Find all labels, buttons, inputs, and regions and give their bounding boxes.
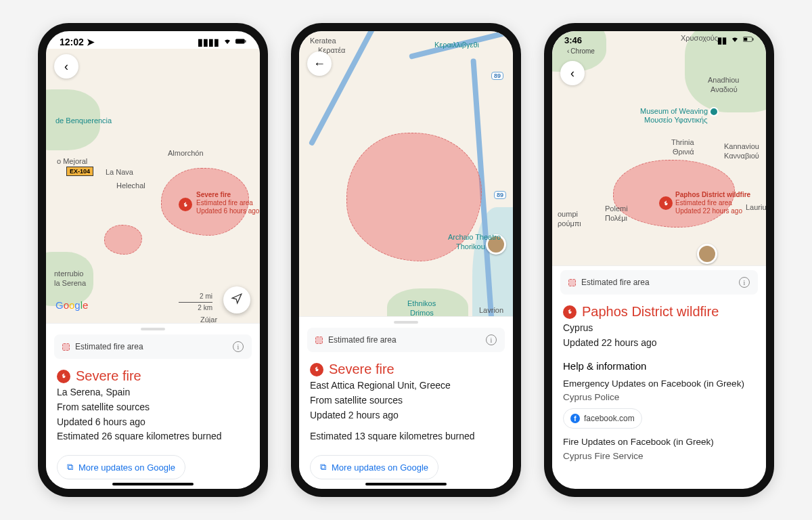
- svg-rect-1: [245, 40, 246, 42]
- phone-mockup-1: 12:02 ➤ ▮▮▮▮ Severe fire Estimated fire …: [38, 23, 268, 497]
- fire-area-legend: Estimated fire area i: [307, 328, 505, 352]
- legend-swatch-icon: [568, 279, 576, 286]
- fire-pin-label: Paphos District wildfire Estimated fire …: [675, 191, 750, 215]
- info-icon[interactable]: i: [486, 334, 497, 345]
- sheet-drag-handle[interactable]: [141, 328, 165, 330]
- highway-badge: 89: [494, 191, 506, 199]
- map-place-label: de Benquerencia: [55, 116, 112, 125]
- legend-label: Estimated fire area: [581, 278, 650, 287]
- fire-area-legend: Estimated fire area i: [54, 334, 252, 359]
- map-place-label: Thorikou: [456, 242, 485, 251]
- facebook-chip[interactable]: f facebook.com: [563, 408, 642, 429]
- map-place-label: Keratea: [310, 37, 336, 45]
- flame-icon: [563, 305, 577, 319]
- legend-swatch-icon: [62, 343, 70, 351]
- fire-details: East Attica Regional Unit, Greece From s…: [299, 378, 513, 451]
- status-icons: ▮▮: [717, 35, 754, 45]
- back-button[interactable]: ‹: [54, 54, 78, 79]
- status-bar: 3:46 ▮▮: [552, 31, 766, 45]
- status-icons: ▮▮▮▮: [198, 37, 246, 47]
- browser-back-chip[interactable]: ‹ Chrome: [555, 47, 595, 55]
- route-badge: EX-104: [66, 167, 93, 176]
- wifi-icon: [222, 37, 233, 47]
- chevron-left-icon: ‹: [570, 66, 574, 81]
- flame-icon: [57, 370, 70, 383]
- back-button[interactable]: ←: [307, 51, 332, 76]
- bottom-sheet[interactable]: Estimated fire area i Severe fire La Ser…: [46, 323, 260, 489]
- map-place-label: Θρινιά: [673, 148, 694, 156]
- svg-rect-3: [744, 38, 747, 41]
- fire-area-blob-small: [104, 225, 142, 255]
- map-place-label: Λαύριο: [480, 316, 504, 316]
- map-place-label: Laurium: [746, 203, 766, 211]
- map-place-label: La Nava: [106, 168, 133, 176]
- fire-pin-icon[interactable]: [179, 198, 192, 211]
- map-place-label: Lavrion: [479, 306, 503, 314]
- help-link-item[interactable]: Fire Updates on Facebook (in Greek) Cypr…: [552, 434, 766, 469]
- map-place-label: Zújar: [200, 316, 217, 323]
- svg-rect-0: [235, 39, 245, 44]
- map-place-label: Μουσείο Υφαντικής: [644, 116, 707, 124]
- bottom-sheet[interactable]: Estimated fire area i Severe fire East A…: [299, 316, 513, 489]
- map-place-label: Helechal: [116, 181, 145, 190]
- map-place-label: Polemi: [605, 204, 628, 213]
- signal-icon: ▮▮▮▮: [198, 37, 219, 47]
- status-bar: 12:02 ➤ ▮▮▮▮: [46, 31, 260, 49]
- status-time: 12:02 ➤: [60, 37, 95, 47]
- home-indicator[interactable]: [365, 483, 447, 485]
- locate-me-button[interactable]: [223, 286, 250, 313]
- poi-marker[interactable]: [709, 107, 719, 116]
- map-place-label: Thrinia: [671, 138, 694, 146]
- map-view[interactable]: 89 89 Keratea Κερατέα Κεραιλλιβγεθι Arch…: [299, 31, 513, 316]
- back-button[interactable]: ‹: [560, 61, 585, 85]
- map-place-label: Drimos: [410, 309, 434, 316]
- map-place-label: ρούμπι: [558, 219, 581, 228]
- legend-label: Estimated fire area: [328, 335, 397, 345]
- fire-title: Paphos District wildfire: [552, 299, 766, 321]
- map-place-label: Kannaviou: [724, 142, 759, 150]
- open-external-icon: ⧉: [320, 462, 326, 473]
- signal-icon: ▮▮: [717, 35, 727, 45]
- fire-title: Severe fire: [299, 356, 513, 378]
- fire-pin-icon[interactable]: [659, 196, 673, 210]
- map-place-label: Ethnikos: [407, 299, 436, 307]
- map-place-label: Χρυσοχούς: [681, 34, 718, 42]
- map-place-label: o Mejoral: [57, 157, 87, 165]
- home-indicator[interactable]: [112, 483, 194, 485]
- open-external-icon: ⧉: [67, 462, 73, 473]
- status-time: 3:46: [564, 35, 582, 45]
- location-arrow-icon: ➤: [87, 37, 95, 47]
- phone-mockup-3: 3:46 ▮▮ ‹ Chrome Paphos District wildfir…: [544, 23, 774, 497]
- location-arrow-icon: [231, 292, 243, 308]
- highway-badge: 89: [491, 72, 503, 80]
- map-place-label: nterrubio: [54, 269, 83, 278]
- info-icon[interactable]: i: [233, 341, 244, 352]
- wifi-icon: [729, 35, 740, 45]
- map-place-label: Museum of Weaving: [640, 107, 708, 115]
- info-icon[interactable]: i: [739, 277, 750, 288]
- more-updates-button[interactable]: ⧉ More updates on Google: [310, 455, 438, 479]
- legend-label: Estimated fire area: [75, 342, 143, 351]
- map-view[interactable]: Severe fire Estimated fire area Updated …: [46, 49, 260, 323]
- map-place-label: Anadhiou: [708, 76, 740, 84]
- map-view[interactable]: 3:46 ▮▮ ‹ Chrome Paphos District wildfir…: [552, 31, 766, 265]
- chevron-left-icon: ‹: [64, 60, 68, 74]
- google-logo: Google: [55, 299, 88, 311]
- svg-rect-4: [752, 38, 753, 40]
- legend-swatch-icon: [315, 337, 323, 344]
- poi-photo-marker[interactable]: [697, 244, 717, 264]
- more-updates-button[interactable]: ⧉ More updates on Google: [57, 455, 185, 479]
- fire-details: Cyprus Updated 22 hours ago: [552, 321, 766, 357]
- map-place-label: Αναδιού: [710, 85, 738, 93]
- flame-icon: [310, 363, 323, 376]
- map-scale: 2 mi2 km: [179, 292, 212, 312]
- fire-pin-label: Severe fire Estimated fire area Updated …: [196, 191, 259, 215]
- battery-icon: [235, 37, 246, 47]
- map-place-label: oumpi: [558, 210, 578, 218]
- facebook-icon: f: [570, 414, 580, 423]
- battery-icon: [743, 35, 754, 45]
- help-link-item[interactable]: Emergency Updates on Facebook (in Greek)…: [552, 376, 766, 435]
- sheet-drag-handle[interactable]: [394, 321, 418, 324]
- bottom-sheet[interactable]: Estimated fire area i Paphos District wi…: [552, 265, 766, 468]
- map-place-label: Κανναβιού: [724, 152, 759, 160]
